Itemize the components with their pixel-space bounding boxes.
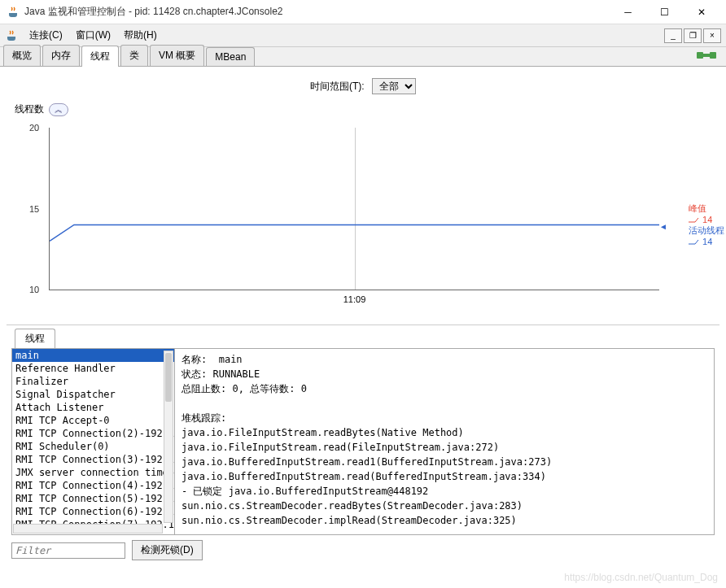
y-tick-10: 10 [29, 285, 39, 294]
thread-item[interactable]: Attach Listener [12, 401, 174, 414]
stack-line: - 已锁定 java.io.BufferedInputStream@448192 [182, 484, 707, 499]
java-icon [7, 6, 20, 19]
menubar: 连接(C) 窗口(W) 帮助(H) _ ❐ × [0, 24, 726, 47]
tab-overview[interactable]: 概览 [3, 45, 41, 66]
stack-label: 堆栈跟踪: [182, 411, 707, 425]
mdi-minimize-button[interactable]: _ [664, 28, 682, 43]
filter-input[interactable] [11, 542, 125, 559]
mdi-maximize-button[interactable]: ❐ [684, 28, 702, 43]
thread-list-vscrollbar[interactable] [164, 351, 173, 523]
mdi-close-button[interactable]: × [703, 28, 721, 43]
content-area: 时间范围(T): 全部 线程数 ︽ 20 15 10 11:09 ◄ 峰值 [0, 67, 726, 570]
chart-collapse-button[interactable]: ︽ [49, 103, 68, 116]
maximize-button[interactable]: ☐ [646, 1, 683, 24]
detail-state-value: RUNNABLE [212, 368, 260, 380]
timerange-label: 时间范围(T): [310, 81, 365, 92]
legend-peak-label: 峰值 [689, 203, 724, 215]
thread-item[interactable]: RMI TCP Accept-0 [12, 414, 174, 427]
thread-item[interactable]: JMX server connection timeout 1 [12, 466, 174, 479]
tab-threads[interactable]: 线程 [81, 46, 119, 67]
thread-item[interactable]: RMI TCP Connection(5)-192.168.4 [12, 492, 174, 505]
chart-section: 线程数 ︽ 20 15 10 11:09 ◄ 峰值 14 [7, 99, 719, 310]
svg-rect-2 [702, 54, 711, 57]
minimize-button[interactable]: ─ [610, 1, 646, 24]
watermark: https://blog.csdn.net/Quantum_Dog [564, 572, 718, 583]
thread-list-hscrollbar[interactable] [13, 524, 163, 534]
chart-line-series [50, 128, 659, 290]
legend-peak-value: 14 [702, 215, 712, 224]
thread-item[interactable]: RMI TCP Connection(6)-192.168.4 [12, 505, 174, 518]
legend-live-value: 14 [702, 237, 712, 246]
legend-live-label: 活动线程 [689, 224, 724, 237]
menu-help[interactable]: 帮助(H) [117, 25, 164, 46]
java-app-icon [5, 29, 18, 42]
thread-list[interactable]: main Reference Handler Finalizer Signal … [12, 349, 175, 534]
detail-state-label: 状态: [182, 368, 207, 380]
detail-waited-value: 0 [301, 383, 307, 394]
thread-item[interactable]: Reference Handler [12, 362, 174, 375]
timerange-row: 时间范围(T): 全部 [7, 73, 719, 99]
stack-line: sun.nio.cs.StreamDecoder.implRead(Stream… [182, 513, 707, 528]
detail-blocked-value: 0, [232, 383, 243, 394]
chart-legend: 峰值 14 活动线程 14 [689, 203, 724, 246]
detail-blocked-label: 总阻止数: [182, 383, 226, 394]
x-tick: 11:09 [343, 294, 366, 304]
connection-status-icon [697, 49, 716, 62]
svg-rect-1 [710, 52, 716, 59]
chart-title: 线程数 [15, 102, 44, 116]
tab-classes[interactable]: 类 [120, 45, 148, 66]
thread-item[interactable]: main [12, 349, 174, 362]
thread-chart: 20 15 10 11:09 ◄ 峰值 14 活动线程 [15, 120, 711, 307]
stack-line: java.io.FileInputStream.read(FileInputSt… [182, 440, 707, 455]
y-tick-20: 20 [29, 123, 39, 133]
timerange-select[interactable]: 全部 [372, 78, 416, 94]
threads-subtab[interactable]: 线程 [15, 329, 55, 348]
stack-line: java.io.BufferedInputStream.read1(Buffer… [182, 455, 707, 469]
thread-item[interactable]: RMI TCP Connection(3)-192.168.4 [12, 453, 174, 466]
titlebar: Java 监视和管理控制台 - pid: 11428 cn.chapter4.J… [0, 0, 726, 24]
threads-panel: 线程 main Reference Handler Finalizer Sign… [7, 324, 719, 564]
close-button[interactable]: ✕ [683, 1, 719, 24]
y-tick-15: 15 [29, 204, 39, 214]
thread-item[interactable]: Finalizer [12, 375, 174, 388]
menu-connect[interactable]: 连接(C) [23, 25, 69, 46]
stack-line: sun.nio.cs.StreamDecoder.readBytes(Strea… [182, 499, 707, 513]
detail-waited-label: 总等待数: [250, 383, 295, 394]
window-controls: ─ ☐ ✕ [610, 1, 719, 24]
menu-window[interactable]: 窗口(W) [69, 25, 117, 46]
thread-item[interactable]: Signal Dispatcher [12, 388, 174, 401]
tab-vm[interactable]: VM 概要 [150, 45, 204, 66]
thread-item[interactable]: RMI Scheduler(0) [12, 440, 174, 453]
detail-name-label: 名称: [182, 354, 207, 365]
detail-name-value: main [219, 354, 243, 365]
current-marker-icon: ◄ [659, 222, 667, 231]
thread-item[interactable]: RMI TCP Connection(2)-192.168.4 [12, 427, 174, 440]
detect-deadlock-button[interactable]: 检测死锁(D) [132, 540, 203, 560]
tabbar: 概览 内存 线程 类 VM 概要 MBean [0, 47, 726, 67]
stack-line: java.io.FileInputStream.readBytes(Native… [182, 425, 707, 440]
thread-detail: 名称: main 状态: RUNNABLE 总阻止数: 0, 总等待数: 0 堆… [175, 349, 714, 534]
window-title: Java 监视和管理控制台 - pid: 11428 cn.chapter4.J… [24, 5, 610, 19]
stack-line: java.io.BufferedInputStream.read(Buffere… [182, 469, 707, 484]
svg-rect-0 [697, 52, 703, 59]
tab-memory[interactable]: 内存 [42, 45, 80, 66]
thread-item[interactable]: RMI TCP Connection(4)-192.168.4 [12, 479, 174, 492]
tab-mbean[interactable]: MBean [206, 47, 255, 66]
